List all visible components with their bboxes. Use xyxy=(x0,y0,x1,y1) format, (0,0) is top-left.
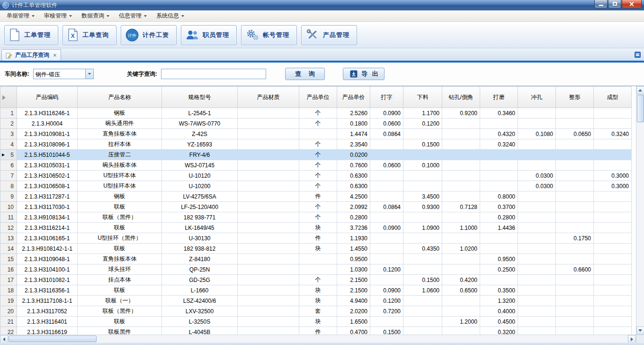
cell[interactable] xyxy=(370,191,403,202)
cell[interactable]: 0.1800 xyxy=(337,118,370,129)
cell[interactable]: 2.1.3.H3109081-1 xyxy=(17,129,78,139)
column-header[interactable]: 产品材质 xyxy=(238,87,299,108)
cell[interactable]: 0.1750 xyxy=(556,233,594,244)
cell[interactable] xyxy=(518,108,556,118)
cell[interactable] xyxy=(403,171,442,181)
cell[interactable] xyxy=(370,244,403,254)
cell[interactable] xyxy=(442,254,480,264)
cell[interactable]: LF-25-120/400 xyxy=(162,202,238,212)
cell[interactable] xyxy=(518,160,556,171)
cell[interactable]: 碗头挂板本体 xyxy=(78,160,162,171)
table-row[interactable]: 222.1.3.H3116619联板黑件L-4045B件0.47000.1500… xyxy=(0,327,632,335)
cell[interactable] xyxy=(594,118,632,129)
cell[interactable]: 2.0992 xyxy=(337,202,370,212)
horizontal-scrollbar[interactable] xyxy=(0,335,644,343)
cell[interactable] xyxy=(238,150,299,160)
cell[interactable] xyxy=(480,150,518,160)
column-header[interactable]: 整形 xyxy=(556,87,594,108)
cell[interactable] xyxy=(556,171,594,181)
account-management-button[interactable]: 帐号管理 xyxy=(241,25,297,45)
table-row[interactable]: 112.1.3.H9108134-1联板（黑件）182 938-771个0.28… xyxy=(0,212,632,223)
cell[interactable] xyxy=(238,191,299,202)
cell[interactable] xyxy=(594,317,632,327)
scroll-left-button[interactable] xyxy=(0,335,8,343)
workshop-select[interactable]: 钢件-锻压 xyxy=(33,69,94,79)
cell[interactable]: 0.3240 xyxy=(594,129,632,139)
cell[interactable] xyxy=(556,118,594,129)
cell[interactable]: 0.3200 xyxy=(480,327,518,335)
cell[interactable]: 0.6500 xyxy=(442,285,480,296)
cell[interactable]: 2.3540 xyxy=(337,139,370,150)
row-number[interactable]: 2 xyxy=(0,118,17,129)
export-button[interactable]: 导 出 xyxy=(343,68,385,80)
cell[interactable]: 4.9400 xyxy=(337,296,370,306)
cell[interactable] xyxy=(442,327,480,335)
cell[interactable]: U型挂环（黑件） xyxy=(78,233,162,244)
cell[interactable] xyxy=(442,150,480,160)
cell[interactable]: WSJ-07145 xyxy=(162,160,238,171)
cell[interactable]: 1.0200 xyxy=(442,244,480,254)
cell[interactable]: 0.6300 xyxy=(337,181,370,191)
cell[interactable] xyxy=(594,285,632,296)
cell[interactable] xyxy=(442,264,480,275)
cell[interactable]: 2.1.3.H9108134-1 xyxy=(17,212,78,223)
table-row[interactable]: 152.1.3.H3109048-1直角挂板本体Z-841800.95000.9… xyxy=(0,254,632,264)
cell[interactable]: 2.1.3.H3117052 xyxy=(17,306,78,317)
cell[interactable]: 0.4350 xyxy=(403,244,442,254)
cell[interactable]: 件 xyxy=(299,327,337,335)
cell[interactable]: U-10200 xyxy=(162,181,238,191)
row-number[interactable]: 19 xyxy=(0,296,17,306)
table-row[interactable]: 72.1.3.H3106502-1U型挂环本体U-10120个0.63000.0… xyxy=(0,171,632,181)
row-number[interactable]: 18 xyxy=(0,285,17,296)
cell[interactable] xyxy=(518,254,556,264)
cell[interactable]: 挂点本体 xyxy=(78,275,162,285)
row-number[interactable]: 14 xyxy=(0,244,17,254)
cell[interactable] xyxy=(238,275,299,285)
cell[interactable] xyxy=(370,139,403,150)
cell[interactable]: 1.6500 xyxy=(337,317,370,327)
cell[interactable]: 套 xyxy=(299,306,337,317)
cell[interactable]: 182 938-812 xyxy=(162,244,238,254)
row-number[interactable]: 13 xyxy=(0,233,17,244)
cell[interactable]: WS-7AWS-0770 xyxy=(162,118,238,129)
cell[interactable]: 拉杆本体 xyxy=(78,139,162,150)
cell[interactable]: 直角挂板本体 xyxy=(78,254,162,264)
cell[interactable] xyxy=(370,171,403,181)
column-header[interactable]: 钻孔/倒角 xyxy=(442,87,480,108)
cell[interactable]: 联板黑件 xyxy=(78,327,162,335)
cell[interactable]: 球头挂环 xyxy=(78,264,162,275)
table-row[interactable]: 92.1.3.H3117287-1钢板LV-4275/6SA件4.25003.4… xyxy=(0,191,632,202)
cell[interactable]: 0.3000 xyxy=(594,181,632,191)
keyword-input[interactable] xyxy=(161,69,266,79)
row-number[interactable]: 20 xyxy=(0,306,17,317)
row-number[interactable]: 10 xyxy=(0,202,17,212)
cell[interactable]: 3.7236 xyxy=(337,223,370,233)
cell[interactable] xyxy=(594,233,632,244)
cell[interactable] xyxy=(442,118,480,129)
cell[interactable]: 0.1080 xyxy=(518,129,556,139)
cell[interactable]: 0.0200 xyxy=(337,150,370,160)
cell[interactable]: 2.1.3.H3117287-1 xyxy=(17,191,78,202)
cell[interactable]: 0.1000 xyxy=(403,160,442,171)
cell[interactable] xyxy=(518,212,556,223)
cell[interactable] xyxy=(556,108,594,118)
cell[interactable]: 0.9500 xyxy=(337,254,370,264)
row-number[interactable]: 11 xyxy=(0,212,17,223)
cell[interactable] xyxy=(556,317,594,327)
menu-item-system-info[interactable]: 系统信息 xyxy=(152,10,189,21)
menu-item-bill-management[interactable]: 单据管理 xyxy=(2,10,39,21)
cell[interactable]: 联板 xyxy=(78,244,162,254)
cell[interactable]: 碗头通用件 xyxy=(78,118,162,129)
column-header[interactable]: 下料 xyxy=(403,87,442,108)
cell[interactable]: 0.1500 xyxy=(403,275,442,285)
row-number[interactable]: 12 xyxy=(0,223,17,233)
cell[interactable] xyxy=(556,254,594,264)
cell[interactable] xyxy=(556,191,594,202)
row-number[interactable]: 16 xyxy=(0,264,17,275)
cell[interactable] xyxy=(518,202,556,212)
cell[interactable]: 0.9200 xyxy=(442,108,480,118)
scroll-up-button[interactable] xyxy=(636,86,644,94)
cell[interactable]: 0.1500 xyxy=(370,327,403,335)
cell[interactable] xyxy=(403,129,442,139)
cell[interactable]: 0.3700 xyxy=(480,202,518,212)
